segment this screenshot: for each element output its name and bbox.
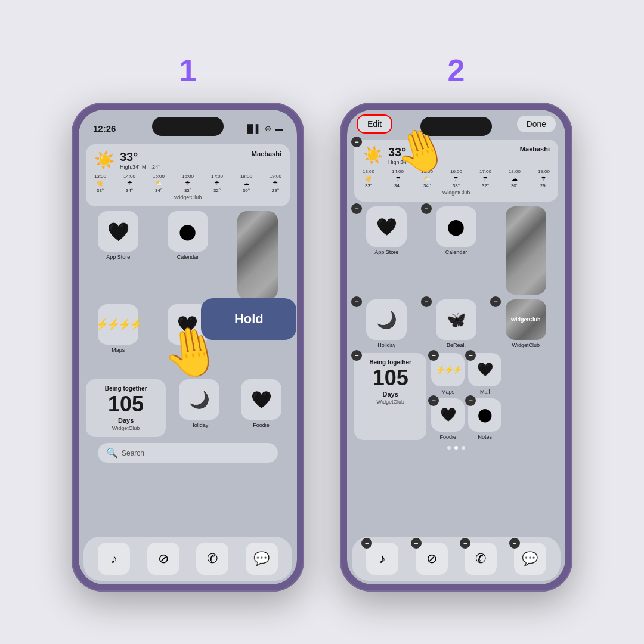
weather-hour-0: 13:00 ☀️ 33° xyxy=(94,174,106,193)
weather-sub-1: High:34° Min:24° xyxy=(120,164,160,170)
status-icons-1: ▐▌▌ ⊜ ▬ xyxy=(244,124,283,133)
wh2-4: 17:00☂32° xyxy=(479,169,491,188)
phone-dock-icon-2[interactable]: − ✆ xyxy=(465,543,497,575)
right-apps-2: − ⚡⚡⚡ Maps − 🖤 xyxy=(431,353,501,440)
music-dock-icon-1[interactable]: ♪ xyxy=(98,543,130,575)
search-bar-1[interactable]: 🔍 Search xyxy=(98,443,278,463)
widget-sub-1: Days xyxy=(92,417,160,424)
weather-top-2: ☀️ 33° High:34° Maebashi xyxy=(363,145,550,165)
weather-hours-1: 13:00 ☀️ 33° 14:00 ☂ 34° xyxy=(94,174,281,193)
holiday-icon-2: 🌙 xyxy=(366,299,407,340)
widget-number-1: 105 xyxy=(92,392,160,417)
wc-minus[interactable]: − xyxy=(490,296,501,307)
app-store-icon-2: 🖤 xyxy=(366,206,407,247)
app-store-label-2: App Store xyxy=(374,249,398,255)
dock-1: ♪ ⊘ ✆ 💬 xyxy=(83,537,292,581)
mail-label-2: Mail xyxy=(480,389,490,395)
maps-item-1[interactable]: ⚡⚡⚡⚡ Maps xyxy=(86,304,151,353)
phone-2-screen: Edit Done 🤚 − ☀️ xyxy=(347,110,565,584)
weather-widget-1: ☀️ 33° High:34° Min:24° Maebashi xyxy=(86,144,290,206)
status-time-1: 12:26 xyxy=(93,123,116,134)
bottom-grid-2: − Being together 105 Days WidgetClub − xyxy=(354,353,558,440)
calendar-item-2[interactable]: − ⬤ Calendar xyxy=(424,206,489,295)
app-grid-2a: − 🖤 App Store − ⬤ xyxy=(354,206,558,295)
messages-icon-2: 💬 xyxy=(522,551,538,566)
weather-top-1: ☀️ 33° High:34° Min:24° Maebashi xyxy=(94,150,281,170)
step-2: 2 Edit Done 🤚 − xyxy=(340,52,572,592)
holiday-minus[interactable]: − xyxy=(351,296,362,307)
messages-dock-icon-1[interactable]: 💬 xyxy=(246,543,278,575)
main-container: 1 12:26 ▐▌▌ ⊜ ▬ xyxy=(0,0,644,644)
maps-item-2[interactable]: − ⚡⚡⚡ Maps xyxy=(431,353,465,395)
being-together-widget-1: Being together 105 Days WidgetClub xyxy=(86,379,166,437)
wc-label-2: WidgetClub xyxy=(512,342,540,348)
music-dock-icon-2[interactable]: − ♪ xyxy=(366,543,398,575)
screen-content-2: − ☀️ 33° High:34° Maebashi xyxy=(347,136,565,534)
weather-minus-badge[interactable]: − xyxy=(351,137,362,147)
app-grid-2: ⚡⚡⚡⚡ Maps 🖤 Mail xyxy=(86,304,290,353)
weather-sub-2: High:34° xyxy=(388,159,409,165)
page-dot-0 xyxy=(447,446,451,450)
safari-dock-icon-1[interactable]: ⊘ xyxy=(147,543,179,575)
search-text-1: Search xyxy=(122,449,144,457)
calendar-label-1: Calendar xyxy=(177,254,199,260)
step-2-number: 2 xyxy=(448,52,465,88)
music-minus[interactable]: − xyxy=(361,538,372,549)
holiday-item-2[interactable]: − 🌙 Holiday xyxy=(354,299,419,348)
app-store-item-1[interactable]: 🖤 App Store xyxy=(86,211,151,299)
lightning-icon-1: ⚡⚡⚡⚡ xyxy=(95,318,141,331)
bereal-item-2[interactable]: − 🦋 BeReal. xyxy=(424,299,489,348)
foodie-item-2[interactable]: − 🖤 Foodie xyxy=(431,398,465,440)
phone-icon-1: ✆ xyxy=(207,551,218,566)
weather-widget-2: − ☀️ 33° High:34° Maebashi xyxy=(354,140,558,202)
bereal-minus[interactable]: − xyxy=(421,296,432,307)
calendar-minus[interactable]: − xyxy=(421,203,432,214)
messages-minus[interactable]: − xyxy=(509,538,520,549)
maps-icon-1: ⚡⚡⚡⚡ xyxy=(98,304,138,345)
foodie-label-1: Foodie xyxy=(253,422,270,428)
holiday-item-1[interactable]: 🌙 Holiday xyxy=(171,379,228,437)
safari-dock-icon-2[interactable]: − ⊘ xyxy=(416,543,448,575)
holiday-label-2: Holiday xyxy=(377,342,395,348)
being-together-widget-2: − Being together 105 Days WidgetClub xyxy=(354,353,426,440)
edit-button[interactable]: Edit xyxy=(357,114,392,134)
dynamic-island-2 xyxy=(420,117,492,136)
maps-label-2: Maps xyxy=(441,389,454,395)
bereal-label-2: BeReal. xyxy=(447,342,466,348)
notes-label-2: Notes xyxy=(478,434,493,440)
messages-dock-icon-2[interactable]: − 💬 xyxy=(514,543,546,575)
weather-city-1: Maebashi xyxy=(252,150,281,157)
appstore-minus[interactable]: − xyxy=(351,203,362,214)
weather-hour-6: 19:00 ☂ 29° xyxy=(270,174,281,193)
phone-minus[interactable]: − xyxy=(460,538,470,549)
mail-item-2[interactable]: − 🖤 Mail xyxy=(468,353,501,395)
hold-button-1[interactable]: Hold xyxy=(201,298,296,340)
weather-info-1: 33° High:34° Min:24° xyxy=(120,150,160,170)
widgetclub-label-2: WidgetClub xyxy=(363,190,550,196)
mail-label-1: Mail xyxy=(183,347,193,353)
safari-minus[interactable]: − xyxy=(411,538,422,549)
weather-left-2: ☀️ 33° High:34° xyxy=(363,145,409,165)
calendar-icon-2: ⬤ xyxy=(436,206,476,247)
weather-hour-4: 17:00 ☂ 32° xyxy=(211,174,223,193)
phone-dock-icon-1[interactable]: ✆ xyxy=(196,543,228,575)
large-image-item-2 xyxy=(493,206,558,295)
foodie-item-1[interactable]: 🖤 Foodie xyxy=(233,379,290,437)
app-grid-1: 🖤 App Store ⬤ Calendar xyxy=(86,211,290,299)
done-button[interactable]: Done xyxy=(517,116,556,132)
calendar-label-2: Calendar xyxy=(445,249,467,255)
maps-label-1: Maps xyxy=(112,347,125,353)
search-icon-1: 🔍 xyxy=(106,447,118,459)
notes-item-2[interactable]: − ⬤ Notes xyxy=(468,398,501,440)
phone-1-frame: 12:26 ▐▌▌ ⊜ ▬ ☀️ xyxy=(72,103,304,592)
signal-icon: ▐▌▌ xyxy=(244,124,261,133)
calendar-icon-1: ⬤ xyxy=(168,211,208,252)
wh2-6: 19:00☂29° xyxy=(538,169,550,188)
widgetclub-label-1: WidgetClub xyxy=(94,194,281,200)
calendar-item-1[interactable]: ⬤ Calendar xyxy=(156,211,221,299)
foodie-icon-1: 🖤 xyxy=(241,379,281,420)
bt-minus[interactable]: − xyxy=(351,350,362,361)
step-1-number: 1 xyxy=(179,52,197,88)
safari-icon-2: ⊘ xyxy=(426,551,437,566)
app-store-item-2[interactable]: − 🖤 App Store xyxy=(354,206,419,295)
